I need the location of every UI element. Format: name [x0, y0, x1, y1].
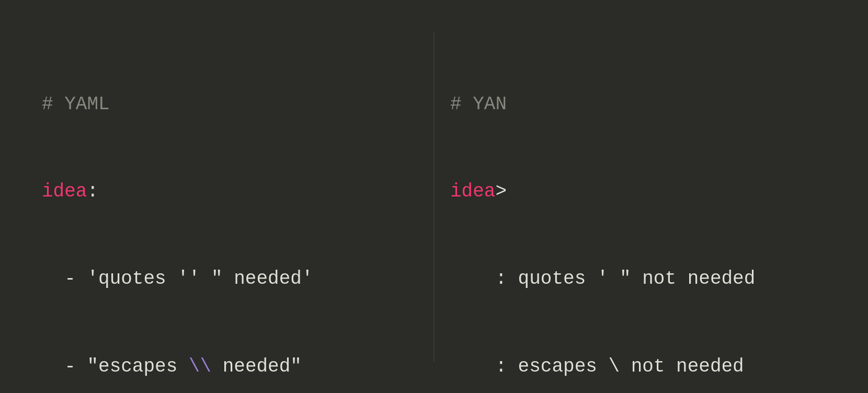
yaml-comment: # YAML: [42, 90, 418, 119]
yaml-panel: # YAML idea: - 'quotes '' " needed' - "e…: [26, 21, 433, 372]
yan-comment: # YAN: [450, 90, 826, 119]
yaml-item-1: - 'quotes '' " needed': [42, 264, 418, 294]
yaml-idea-key: idea:: [42, 177, 418, 206]
yan-idea-key: idea>: [450, 177, 826, 206]
yan-item-2: : escapes \ not needed: [450, 352, 826, 382]
yan-panel: # YAN idea> : quotes ' " not needed : es…: [435, 21, 842, 372]
yaml-item-2: - "escapes \\ needed": [42, 352, 418, 382]
yan-code: # YAN idea> : quotes ' " not needed : es…: [450, 31, 826, 393]
code-container: # YAML idea: - 'quotes '' " needed' - "e…: [0, 0, 868, 393]
yaml-code: # YAML idea: - 'quotes '' " needed' - "e…: [42, 31, 418, 393]
yan-item-1: : quotes ' " not needed: [450, 264, 826, 294]
